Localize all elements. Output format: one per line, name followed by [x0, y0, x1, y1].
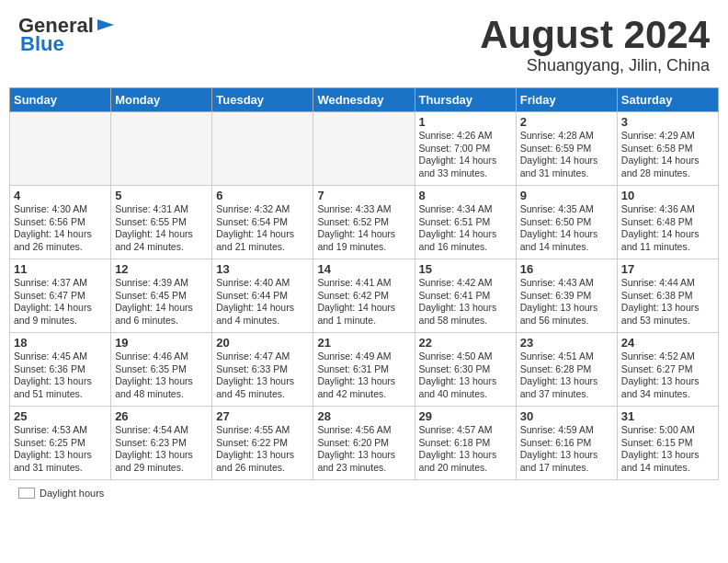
day-number: 15 [419, 262, 512, 276]
calendar-cell: 27Sunrise: 4:55 AMSunset: 6:22 PMDayligh… [212, 407, 313, 480]
day-info: Daylight: 13 hours and 48 minutes. [115, 375, 208, 400]
day-info: Daylight: 13 hours and 20 minutes. [419, 449, 512, 474]
day-info: Sunrise: 4:59 AM [520, 424, 613, 437]
day-info: Daylight: 14 hours and 6 minutes. [115, 302, 208, 327]
calendar-cell [212, 112, 313, 186]
day-info: Sunset: 6:52 PM [317, 216, 410, 229]
calendar-cell: 10Sunrise: 4:36 AMSunset: 6:48 PMDayligh… [617, 186, 718, 259]
day-number: 1 [419, 115, 512, 129]
logo-icon [96, 15, 116, 35]
day-info: Sunset: 6:16 PM [520, 437, 613, 450]
calendar-subtitle: Shuangyang, Jilin, China [480, 56, 710, 75]
day-info: Sunrise: 4:50 AM [419, 350, 512, 363]
calendar-week-row: 25Sunrise: 4:53 AMSunset: 6:25 PMDayligh… [10, 407, 719, 480]
weekday-header: Friday [516, 88, 617, 112]
day-info: Sunrise: 4:40 AM [216, 277, 309, 290]
day-info: Daylight: 14 hours and 1 minute. [317, 302, 410, 327]
day-info: Sunrise: 4:31 AM [115, 203, 208, 216]
day-info: Sunrise: 4:28 AM [520, 130, 613, 143]
day-info: Daylight: 13 hours and 26 minutes. [216, 449, 309, 474]
day-info: Sunset: 6:39 PM [520, 290, 613, 303]
calendar-cell: 7Sunrise: 4:33 AMSunset: 6:52 PMDaylight… [313, 186, 415, 259]
weekday-header: Tuesday [212, 88, 313, 112]
day-info: Sunrise: 4:57 AM [419, 424, 512, 437]
day-info: Sunset: 6:35 PM [115, 363, 208, 376]
day-info: Daylight: 14 hours and 21 minutes. [216, 228, 309, 253]
day-info: Daylight: 14 hours and 31 minutes. [520, 155, 613, 179]
calendar-week-row: 4Sunrise: 4:30 AMSunset: 6:56 PMDaylight… [10, 186, 719, 259]
day-info: Sunrise: 4:52 AM [621, 350, 714, 363]
day-info: Daylight: 14 hours and 28 minutes. [621, 155, 714, 179]
day-info: Sunrise: 4:51 AM [520, 350, 613, 363]
calendar-cell: 9Sunrise: 4:35 AMSunset: 6:50 PMDaylight… [516, 186, 617, 259]
day-info: Sunset: 6:41 PM [419, 290, 512, 303]
calendar-cell: 12Sunrise: 4:39 AMSunset: 6:45 PMDayligh… [111, 259, 212, 333]
calendar-cell: 8Sunrise: 4:34 AMSunset: 6:51 PMDaylight… [415, 186, 516, 259]
day-number: 19 [115, 336, 208, 350]
logo: General Blue [18, 14, 116, 56]
day-info: Daylight: 14 hours and 26 minutes. [14, 228, 107, 253]
daylight-legend-box [18, 488, 35, 499]
calendar-cell: 26Sunrise: 4:54 AMSunset: 6:23 PMDayligh… [111, 407, 212, 480]
day-info: Sunrise: 4:54 AM [115, 424, 208, 437]
day-info: Sunrise: 4:37 AM [14, 277, 107, 290]
day-info: Sunrise: 4:29 AM [621, 130, 714, 143]
day-number: 9 [520, 189, 613, 202]
day-info: Sunset: 6:56 PM [14, 216, 107, 229]
calendar-cell: 28Sunrise: 4:56 AMSunset: 6:20 PMDayligh… [313, 407, 415, 480]
day-info: Daylight: 14 hours and 11 minutes. [621, 228, 714, 253]
logo-blue-text: Blue [18, 32, 64, 56]
weekday-header: Wednesday [313, 88, 415, 112]
day-info: Daylight: 14 hours and 9 minutes. [14, 302, 107, 327]
day-info: Sunset: 6:15 PM [621, 437, 714, 450]
calendar-cell: 19Sunrise: 4:46 AMSunset: 6:35 PMDayligh… [111, 333, 212, 407]
day-number: 3 [621, 115, 714, 129]
calendar-cell: 15Sunrise: 4:42 AMSunset: 6:41 PMDayligh… [415, 259, 516, 333]
day-info: Sunset: 6:50 PM [520, 216, 613, 229]
day-info: Sunset: 6:55 PM [115, 216, 208, 229]
calendar-week-row: 1Sunrise: 4:26 AMSunset: 7:00 PMDaylight… [10, 112, 719, 186]
day-number: 28 [317, 409, 410, 423]
title-block: August 2024 Shuangyang, Jilin, China [480, 14, 710, 75]
day-info: Sunrise: 4:45 AM [14, 350, 107, 363]
day-info: Sunset: 6:38 PM [621, 290, 714, 303]
calendar-cell: 6Sunrise: 4:32 AMSunset: 6:54 PMDaylight… [212, 186, 313, 259]
day-number: 24 [621, 336, 714, 350]
day-number: 4 [14, 189, 107, 202]
day-info: Sunset: 7:00 PM [419, 143, 512, 155]
day-info: Sunrise: 4:26 AM [419, 130, 512, 143]
svg-marker-0 [97, 19, 114, 30]
weekday-header: Monday [111, 88, 212, 112]
day-info: Sunrise: 4:43 AM [520, 277, 613, 290]
day-info: Sunset: 6:22 PM [216, 437, 309, 450]
day-info: Sunrise: 4:32 AM [216, 203, 309, 216]
day-info: Sunrise: 4:36 AM [621, 203, 714, 216]
calendar-body: 1Sunrise: 4:26 AMSunset: 7:00 PMDaylight… [10, 112, 719, 480]
day-number: 17 [621, 262, 714, 276]
day-info: Sunset: 6:18 PM [419, 437, 512, 450]
day-info: Daylight: 14 hours and 4 minutes. [216, 302, 309, 327]
calendar-cell: 11Sunrise: 4:37 AMSunset: 6:47 PMDayligh… [10, 259, 111, 333]
day-info: Sunset: 6:20 PM [317, 437, 410, 450]
calendar-cell: 2Sunrise: 4:28 AMSunset: 6:59 PMDaylight… [516, 112, 617, 186]
calendar-cell: 22Sunrise: 4:50 AMSunset: 6:30 PMDayligh… [415, 333, 516, 407]
day-number: 11 [14, 262, 107, 276]
day-info: Sunset: 6:33 PM [216, 363, 309, 376]
calendar-cell: 16Sunrise: 4:43 AMSunset: 6:39 PMDayligh… [516, 259, 617, 333]
page-header: General Blue August 2024 Shuangyang, Jil… [9, 9, 719, 80]
calendar-week-row: 11Sunrise: 4:37 AMSunset: 6:47 PMDayligh… [10, 259, 719, 333]
day-info: Sunrise: 4:30 AM [14, 203, 107, 216]
day-info: Daylight: 14 hours and 24 minutes. [115, 228, 208, 253]
day-number: 23 [520, 336, 613, 350]
day-info: Sunset: 6:30 PM [419, 363, 512, 376]
day-info: Sunrise: 4:55 AM [216, 424, 309, 437]
calendar-title: August 2024 [480, 14, 710, 56]
day-number: 10 [621, 189, 714, 202]
day-number: 25 [14, 409, 107, 423]
calendar-cell [10, 112, 111, 186]
calendar-cell: 14Sunrise: 4:41 AMSunset: 6:42 PMDayligh… [313, 259, 415, 333]
daylight-legend-label: Daylight hours [40, 488, 104, 499]
day-info: Daylight: 14 hours and 33 minutes. [419, 155, 512, 179]
day-number: 6 [216, 189, 309, 202]
calendar-cell: 21Sunrise: 4:49 AMSunset: 6:31 PMDayligh… [313, 333, 415, 407]
